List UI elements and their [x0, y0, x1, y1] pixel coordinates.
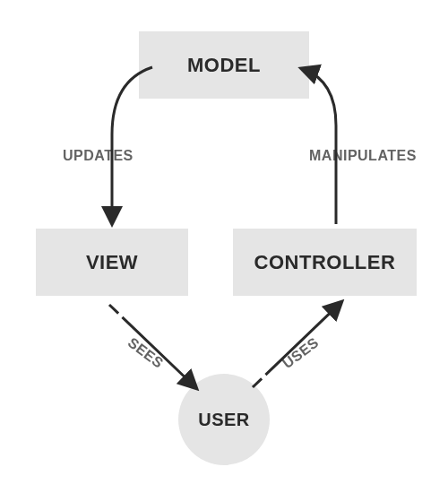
model-node: MODEL — [139, 31, 309, 99]
model-label: MODEL — [187, 54, 261, 77]
sees-arrow — [109, 305, 195, 387]
uses-edge-label: USES — [280, 334, 322, 372]
sees-edge-label: SEES — [125, 334, 167, 371]
updates-edge-label: UPDATES — [63, 148, 134, 164]
controller-label: CONTROLLER — [254, 251, 396, 274]
view-node: VIEW — [36, 229, 188, 296]
controller-node: CONTROLLER — [233, 229, 417, 296]
manipulates-edge-label: MANIPULATES — [309, 148, 417, 164]
view-label: VIEW — [86, 251, 138, 274]
user-label: USER — [198, 410, 250, 430]
user-node: USER — [178, 374, 270, 465]
